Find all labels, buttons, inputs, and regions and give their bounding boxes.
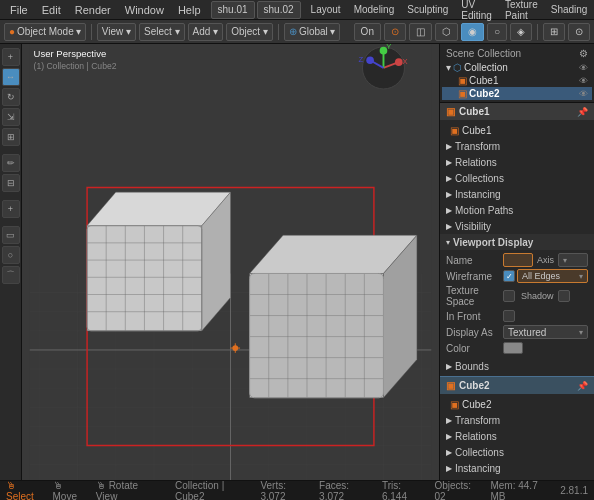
outliner-filter-icon[interactable]: ⚙ (579, 48, 588, 59)
status-move[interactable]: 🖱 Move (53, 480, 88, 501)
cube1-infront-checkbox[interactable] (503, 310, 515, 322)
cube1-color-row: Color (444, 340, 590, 356)
status-rotate[interactable]: 🖱 Rotate View (96, 480, 159, 501)
viewport-svg: X Y Z User Perspective (1) Collection | … (22, 44, 439, 480)
snap-btn[interactable]: ⊞ (543, 23, 565, 41)
status-select-label: Select (6, 491, 34, 501)
collection-eye[interactable]: 👁 (579, 63, 588, 73)
properties-cube2: ▣ Cube2 📌 ▣ Cube2 ▶ Transform ▶ Relation… (440, 376, 594, 480)
cube1-transform-label: Transform (455, 141, 500, 152)
cube1-wireframe-row: Wireframe ✓ All Edges (444, 268, 590, 284)
tool-cursor[interactable]: + (2, 48, 20, 66)
cube1-relations-section[interactable]: ▶ Relations (440, 154, 594, 170)
tool-move[interactable]: ↔ (2, 68, 20, 86)
eevee-shading[interactable]: ◈ (510, 23, 532, 41)
svg-text:Z: Z (359, 55, 364, 64)
cube1-all-edges-field[interactable]: All Edges (517, 269, 588, 283)
cube2-eye[interactable]: 👁 (579, 89, 588, 99)
outliner-cube1[interactable]: ▣ Cube1 👁 (442, 74, 592, 87)
cube1-name-label: Name (446, 255, 501, 266)
cube1-vd-section-header[interactable]: ▾ Viewport Display (440, 234, 594, 250)
xray-btn[interactable]: ◫ (409, 23, 432, 41)
status-objects: Objects: 02 (434, 480, 482, 501)
cube2-relations-section[interactable]: ▶ Relations (440, 428, 594, 444)
cube2-instancing-section[interactable]: ▶ Instancing (440, 460, 594, 476)
overlay-btn[interactable]: ⊙ (384, 23, 406, 41)
menu-file[interactable]: File (4, 3, 34, 17)
rendered-shading[interactable]: ○ (487, 23, 507, 41)
cube1-bounds-section[interactable]: ▶ Bounds (440, 358, 594, 374)
cube1-texspace-checkbox[interactable] (503, 290, 515, 302)
solid-shading[interactable]: ◉ (461, 23, 484, 41)
status-select[interactable]: 🖱 Select (6, 480, 45, 501)
tab-layout[interactable]: Layout (305, 3, 347, 16)
mouse-select-icon: 🖱 (6, 480, 16, 491)
outliner-cube2[interactable]: ▣ Cube2 👁 (442, 87, 592, 100)
cube1-motion-section[interactable]: ▶ Motion Paths (440, 202, 594, 218)
tool-select-lasso[interactable]: ⌒ (2, 266, 20, 284)
cube1-collections-section[interactable]: ▶ Collections (440, 170, 594, 186)
viewport[interactable]: X Y Z User Perspective (1) Collection | … (22, 44, 439, 480)
properties-cube1: ▣ Cube1 📌 ▣ Cube1 ▶ Transform ▶ Relation… (440, 103, 594, 376)
outliner: Scene Collection ⚙ ▾ ⬡ Collection 👁 ▣ Cu… (440, 44, 594, 103)
header-toolbar: ● Object Mode ▾ View ▾ Select ▾ Add ▾ Ob… (0, 20, 594, 44)
tool-select-circle[interactable]: ○ (2, 246, 20, 264)
mode-selector[interactable]: ● Object Mode ▾ (4, 23, 86, 41)
cube1-name-field[interactable] (503, 253, 533, 267)
cube1-relations-arrow: ▶ (446, 158, 452, 167)
on-toggle[interactable]: On (354, 23, 381, 41)
cube2-relations-label: Relations (455, 431, 497, 442)
tab-sculpting[interactable]: Sculpting (401, 3, 454, 16)
file-tab-2[interactable]: shu.02 (257, 1, 301, 19)
cube2-collections-section[interactable]: ▶ Collections (440, 444, 594, 460)
cube2-transform-section[interactable]: ▶ Transform (440, 412, 594, 428)
cube1-instancing-section[interactable]: ▶ Instancing (440, 186, 594, 202)
menu-window[interactable]: Window (119, 3, 170, 17)
cube1-wireframe-label: Wireframe (446, 271, 501, 282)
cube2-transform-arrow: ▶ (446, 416, 452, 425)
wireframe-shading[interactable]: ⬡ (435, 23, 458, 41)
cube1-prop-header[interactable]: ▣ Cube1 📌 (440, 103, 594, 120)
menu-render[interactable]: Render (69, 3, 117, 17)
tab-modeling[interactable]: Modeling (348, 3, 401, 16)
right-panel: Scene Collection ⚙ ▾ ⬡ Collection 👁 ▣ Cu… (439, 44, 594, 480)
cube1-displayas-row: Display As Textured (444, 324, 590, 340)
proportional-btn[interactable]: ⊙ (568, 23, 590, 41)
cube1-color-swatch[interactable] (503, 342, 523, 354)
cube1-eye[interactable]: 👁 (579, 76, 588, 86)
menu-edit[interactable]: Edit (36, 3, 67, 17)
cube1-prop-title: Cube1 (459, 106, 490, 117)
tool-add[interactable]: + (2, 200, 20, 218)
view-btn[interactable]: View ▾ (97, 23, 136, 41)
outliner-scene-collection[interactable]: ▾ ⬡ Collection 👁 (442, 61, 592, 74)
tool-select-box[interactable]: ▭ (2, 226, 20, 244)
tool-annotate[interactable]: ✏ (2, 154, 20, 172)
svg-text:X: X (403, 57, 408, 66)
cube1-visibility-section[interactable]: ▶ Visibility (440, 218, 594, 234)
file-tab-1[interactable]: shu.01 (211, 1, 255, 19)
tool-scale[interactable]: ⇲ (2, 108, 20, 126)
tab-uv[interactable]: UV Editing (455, 0, 498, 22)
select-btn[interactable]: Select ▾ (139, 23, 185, 41)
menu-help[interactable]: Help (172, 3, 207, 17)
tool-measure[interactable]: ⊟ (2, 174, 20, 192)
transform-label: Global (299, 26, 328, 37)
cube2-pin-icon[interactable]: 📌 (577, 381, 588, 391)
cube1-displayas-field[interactable]: Textured (503, 325, 588, 339)
main-area: + ↔ ↻ ⇲ ⊞ ✏ ⊟ + ▭ ○ ⌒ (0, 44, 594, 480)
cube1-axis-field[interactable] (558, 253, 588, 267)
transform-orientation[interactable]: ⊕ Global ▾ (284, 23, 340, 41)
cube1-pin-icon[interactable]: 📌 (577, 107, 588, 117)
add-btn[interactable]: Add ▾ (188, 23, 224, 41)
cube1-shadow-checkbox[interactable] (558, 290, 570, 302)
tool-transform[interactable]: ⊞ (2, 128, 20, 146)
cube1-wireframe-checkbox[interactable]: ✓ (503, 270, 515, 282)
tab-texture[interactable]: Texture Paint (499, 0, 544, 22)
object-btn[interactable]: Object ▾ (226, 23, 273, 41)
cube2-prop-header[interactable]: ▣ Cube2 📌 (440, 376, 594, 394)
cube1-transform-section[interactable]: ▶ Transform (440, 138, 594, 154)
tool-rotate[interactable]: ↻ (2, 88, 20, 106)
status-move-label: Move (53, 491, 77, 501)
status-collection: Collection | Cube2 (175, 480, 252, 501)
tab-shading[interactable]: Shading (545, 3, 594, 16)
